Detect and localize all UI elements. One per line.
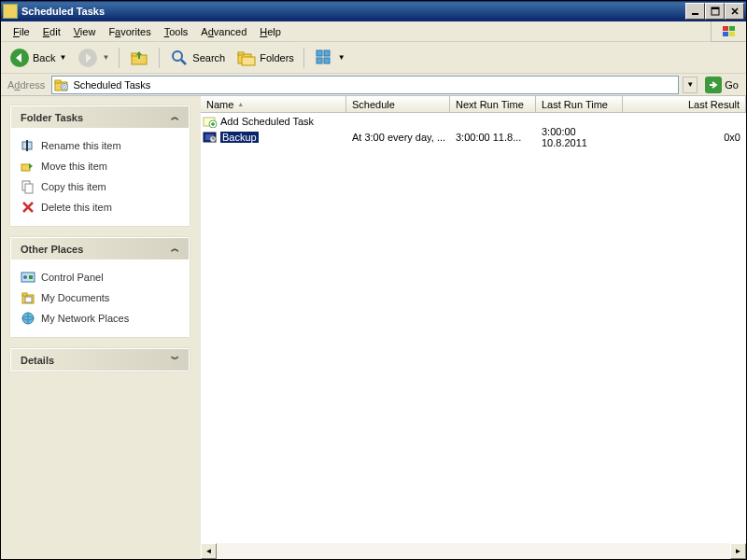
title-bar: Scheduled Tasks (1, 1, 746, 21)
copy-icon (21, 179, 35, 194)
menu-advanced[interactable]: Advanced (194, 24, 253, 39)
my-documents-link[interactable]: My Documents (21, 287, 179, 308)
column-schedule[interactable]: Schedule (346, 96, 450, 112)
back-button[interactable]: Back ▼ (5, 45, 71, 71)
menu-file[interactable]: File (7, 24, 36, 39)
svg-rect-0 (692, 13, 698, 15)
svg-rect-6 (729, 32, 735, 36)
close-button[interactable] (725, 3, 744, 20)
svg-rect-2 (712, 7, 719, 9)
control-panel-icon (21, 270, 35, 285)
list-pane: Name▲ Schedule Next Run Time Last Run Ti… (199, 96, 746, 559)
list-item[interactable]: Backup At 3:00 every day, ... 3:00:00 11… (201, 129, 746, 145)
folders-button[interactable]: Folders (232, 45, 299, 71)
toolbar: Back ▼ ▼ Search Folders ▼ (1, 42, 746, 74)
folder-up-icon (129, 48, 149, 68)
item-name: Add Scheduled Task (220, 116, 314, 127)
toolbar-separator (159, 48, 160, 68)
app-icon (3, 4, 18, 19)
svg-rect-3 (723, 26, 728, 31)
svg-rect-19 (324, 58, 330, 63)
scroll-track[interactable] (217, 543, 730, 559)
item-last-run: 3:00:00 10.8.2011 (536, 126, 623, 148)
documents-icon (21, 290, 35, 305)
menu-favorites[interactable]: Favorites (102, 24, 157, 39)
views-button[interactable]: ▼ (309, 45, 350, 71)
svg-rect-17 (324, 50, 330, 56)
svg-rect-24 (26, 140, 28, 151)
collapse-icon: ︽ (171, 243, 179, 255)
go-label: Go (725, 79, 739, 91)
scroll-left-button[interactable]: ◄ (201, 543, 217, 559)
add-task-icon (203, 115, 218, 128)
address-dropdown-button[interactable]: ▼ (683, 77, 698, 93)
menu-edit[interactable]: Edit (36, 24, 67, 39)
address-value: Scheduled Tasks (73, 79, 150, 91)
menu-tools[interactable]: Tools (158, 24, 195, 39)
up-button[interactable] (124, 45, 154, 71)
move-icon (21, 159, 35, 174)
item-name: Backup (220, 132, 259, 143)
folders-label: Folders (260, 52, 294, 63)
maximize-button[interactable] (705, 3, 725, 20)
forward-dropdown-icon: ▼ (102, 53, 109, 62)
svg-rect-25 (21, 164, 30, 171)
svg-rect-18 (317, 58, 322, 63)
minimize-button[interactable] (685, 3, 705, 20)
windows-flag-icon (711, 21, 746, 42)
svg-rect-15 (242, 57, 255, 65)
svg-line-12 (181, 60, 186, 64)
move-item-link[interactable]: Move this item (21, 156, 179, 176)
scroll-right-button[interactable]: ► (730, 543, 746, 559)
svg-rect-5 (723, 32, 728, 36)
details-title: Details (21, 355, 54, 366)
column-next-run[interactable]: Next Run Time (450, 96, 536, 112)
search-icon (169, 48, 190, 68)
delete-item-link[interactable]: Delete this item (21, 197, 179, 217)
item-next-run: 3:00:00 11.8... (450, 132, 536, 143)
svg-rect-27 (25, 184, 33, 193)
copy-item-link[interactable]: Copy this item (21, 176, 179, 197)
svg-rect-30 (29, 275, 33, 279)
back-label: Back (33, 52, 55, 63)
go-button[interactable]: Go (701, 76, 742, 94)
horizontal-scrollbar[interactable]: ◄ ► (201, 543, 746, 559)
views-dropdown-icon[interactable]: ▼ (338, 53, 345, 62)
other-places-header[interactable]: Other Places ︽ (11, 238, 189, 259)
file-list[interactable]: Add Scheduled Task Backup At 3:00 every … (201, 113, 746, 543)
address-label: Address (5, 79, 48, 91)
menu-help[interactable]: Help (253, 24, 288, 39)
svg-rect-14 (238, 52, 244, 55)
list-item[interactable]: Add Scheduled Task (201, 113, 746, 129)
details-header[interactable]: Details ︾ (11, 349, 189, 371)
search-label: Search (192, 52, 225, 63)
address-folder-icon (54, 77, 69, 92)
address-input[interactable]: Scheduled Tasks (51, 76, 679, 94)
rename-icon (21, 138, 35, 153)
back-icon (9, 48, 30, 68)
network-places-link[interactable]: My Network Places (21, 308, 179, 329)
folder-tasks-header[interactable]: Folder Tasks ︽ (11, 106, 189, 128)
address-bar: Address Scheduled Tasks ▼ Go (1, 74, 746, 96)
column-headers: Name▲ Schedule Next Run Time Last Run Ti… (201, 96, 746, 113)
back-dropdown-icon[interactable]: ▼ (59, 53, 66, 62)
column-last-result[interactable]: Last Result (623, 96, 746, 112)
search-button[interactable]: Search (164, 45, 230, 71)
menu-view[interactable]: View (67, 24, 103, 39)
control-panel-link[interactable]: Control Panel (21, 267, 179, 287)
network-icon (21, 311, 35, 326)
column-name[interactable]: Name▲ (201, 96, 346, 112)
svg-rect-16 (317, 50, 322, 56)
column-last-run[interactable]: Last Run Time (536, 96, 623, 112)
rename-item-link[interactable]: Rename this item (21, 135, 179, 156)
tasks-pane: Folder Tasks ︽ Rename this item Move thi… (1, 96, 199, 559)
other-places-panel: Other Places ︽ Control Panel My Document… (10, 237, 190, 337)
toolbar-separator (303, 48, 304, 68)
delete-icon (21, 200, 35, 215)
task-icon (203, 131, 218, 144)
details-panel: Details ︾ (10, 348, 190, 371)
folders-icon (236, 48, 257, 68)
views-icon (314, 48, 334, 68)
menu-bar: File Edit View Favorites Tools Advanced … (1, 21, 746, 42)
item-schedule: At 3:00 every day, ... (346, 132, 450, 143)
